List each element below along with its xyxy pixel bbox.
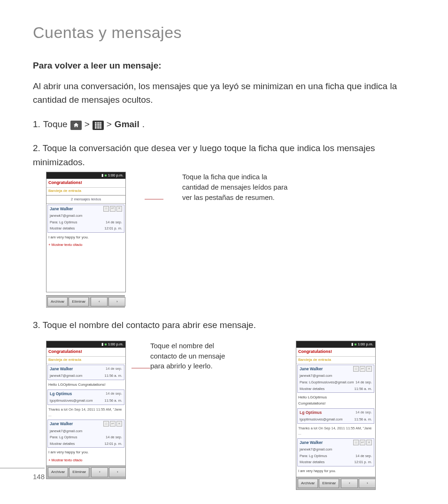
inbox-label: Bandeja de entrada bbox=[296, 357, 375, 364]
star-icon[interactable]: ☆ bbox=[103, 206, 109, 212]
show-quoted2[interactable]: + Mostrar texto citado bbox=[46, 457, 125, 464]
contact-jane-row3[interactable]: Jane Walker☆↩« janewk7@gmail.com Para: L… bbox=[297, 438, 374, 466]
contact-jane-row[interactable]: Jane Walker14 de sep. janewk7@gmail.com1… bbox=[47, 365, 124, 380]
step-1-sep2: > bbox=[107, 117, 112, 131]
mail-subject: Congratulations! bbox=[46, 179, 125, 188]
home-icon bbox=[70, 121, 82, 130]
signal-icon: ▮ bbox=[101, 173, 103, 178]
section-heading: Para volver a leer un mensaje: bbox=[33, 61, 415, 71]
step-1-gmail: Gmail bbox=[115, 117, 139, 131]
delete-button[interactable]: Eliminar bbox=[319, 479, 339, 488]
step-2: 2. Toque la conversación que desea ver y… bbox=[33, 141, 415, 308]
step-3-num: 3. bbox=[33, 320, 40, 330]
contact-lg-row[interactable]: Lg Optimus14 de sep. lgoptimusloves@gmai… bbox=[47, 389, 124, 405]
prev-button[interactable]: ‹ bbox=[91, 467, 108, 477]
step-1-num: 1. bbox=[33, 117, 40, 131]
body-hello2: Hello LGOptimus Congratulations! bbox=[296, 394, 375, 407]
step-1: 1. Toque > > Gmail. bbox=[33, 117, 415, 131]
step-1-lead: Toque bbox=[43, 117, 68, 131]
mail-subject: Congratulations! bbox=[46, 348, 125, 357]
step-1-sep1: > bbox=[85, 117, 90, 131]
archive-button[interactable]: Archivar bbox=[48, 467, 68, 477]
callout-text-2: Toque el nombre del contacto de un mensa… bbox=[150, 341, 230, 479]
battery-icon bbox=[105, 175, 107, 176]
prev-button[interactable]: ‹ bbox=[91, 297, 108, 306]
inbox-label: Bandeja de entrada bbox=[46, 188, 125, 195]
message-body-happy: I am very happy for you. bbox=[46, 234, 125, 241]
screenshot-step3-right: ▮1:00 p.m. Congratulations! Bandeja de e… bbox=[296, 341, 376, 490]
step-2-num: 2. bbox=[33, 143, 40, 153]
archive-button[interactable]: Archivar bbox=[298, 479, 318, 488]
sender-name: Jane Walker bbox=[50, 206, 73, 212]
status-time: 1:00 p.m. bbox=[108, 173, 124, 178]
show-details[interactable]: Mostrar detalles bbox=[50, 226, 75, 230]
archive-button[interactable]: Archivar bbox=[47, 297, 68, 306]
delete-button[interactable]: Eliminar bbox=[69, 297, 89, 306]
reply-icon[interactable]: ↩ bbox=[110, 206, 116, 212]
page-title: Cuentas y mensajes bbox=[33, 23, 415, 42]
screenshot-step2: ▮ 1:00 p.m. Congratulations! Bandeja de … bbox=[46, 172, 126, 292]
step-1-dot: . bbox=[142, 117, 145, 131]
section-intro: Al abrir una conversación, los mensajes … bbox=[33, 79, 415, 107]
callout-text-1: Toque la ficha que indica la cantidad de… bbox=[182, 172, 295, 202]
callout-line-2 bbox=[131, 368, 150, 479]
msg-date: 14 de sep. bbox=[106, 220, 122, 225]
page-number: 148 bbox=[33, 473, 45, 481]
screenshot-step3-left: ▮1:00 p.m. Congratulations! Bandeja de e… bbox=[46, 341, 126, 479]
mail-subject: Congratulations! bbox=[296, 348, 375, 357]
body-thanks: Thanks a lot On Sep 14, 2011 11:55 AM, "… bbox=[46, 406, 125, 419]
page-number-rule bbox=[0, 468, 45, 468]
contact-jane-row2[interactable]: Jane Walker☆↩« janewk7@gmail.com Para: L… bbox=[47, 420, 124, 448]
contact-lg-row[interactable]: Lg Optimus14 de sep. lgoptimusloves@gmai… bbox=[297, 408, 374, 424]
next-button[interactable]: › bbox=[109, 467, 126, 477]
step-3-text: Toque el nombre del contacto para abrir … bbox=[43, 320, 256, 330]
sender-email: janewk7@gmail.com bbox=[50, 214, 82, 218]
apps-icon bbox=[93, 121, 104, 130]
delete-button[interactable]: Eliminar bbox=[69, 467, 89, 477]
status-bar: ▮ 1:00 p.m. bbox=[46, 172, 125, 179]
para-name: Lg Optimus bbox=[59, 220, 77, 224]
contact-jane-open[interactable]: Jane Walker☆↩« janewk7@gmail.com Para: L… bbox=[297, 365, 374, 393]
para-label: Para: bbox=[50, 220, 58, 224]
prev-button[interactable]: ‹ bbox=[341, 479, 358, 488]
body-thanks: Thanks a lot On Sep 14, 2011 11:55 AM, "… bbox=[296, 425, 375, 437]
read-messages-tab[interactable]: 2 mensajes leídos bbox=[46, 195, 125, 204]
next-button[interactable]: › bbox=[108, 297, 125, 306]
inbox-label: Bandeja de entrada bbox=[46, 357, 125, 364]
show-quoted[interactable]: + Mostrar texto citado bbox=[46, 241, 125, 249]
body-happy2: I am very happy for you. bbox=[46, 449, 125, 456]
body-hello: Hello LGOptimus Congratulations! bbox=[46, 381, 125, 389]
footer-buttons: Archivar Eliminar ‹ › bbox=[46, 295, 125, 308]
callout-line-1 bbox=[145, 199, 163, 199]
message-block-jane[interactable]: Jane Walker ☆ ↩ « janewk7@gmail.com Para… bbox=[47, 205, 124, 233]
step-2-text: Toque la conversación que desea ver y lu… bbox=[33, 143, 375, 167]
body-happy3: I am very happy for you. bbox=[296, 467, 375, 475]
step-3: 3. Toque el nombre del contacto para abr… bbox=[33, 318, 415, 490]
msg-time: 12:01 p. m. bbox=[104, 226, 122, 231]
next-button[interactable]: › bbox=[359, 479, 376, 488]
reply-all-icon[interactable]: « bbox=[116, 206, 122, 212]
